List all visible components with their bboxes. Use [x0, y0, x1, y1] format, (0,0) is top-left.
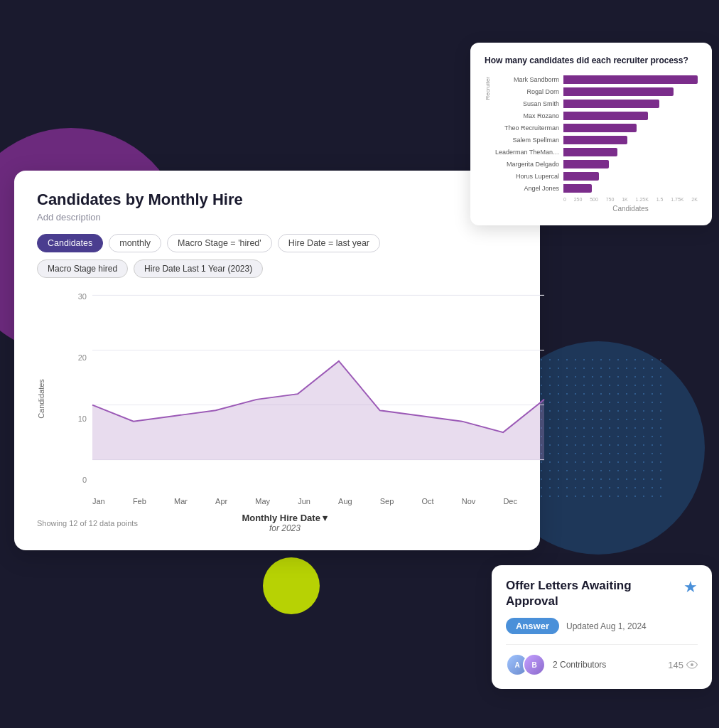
chart-area: 3020100 JanFebMarAprMayJunAugSepOctNovDe… — [65, 292, 517, 505]
offer-meta: Answer Updated Aug 1, 2024 — [506, 618, 698, 634]
filter-chip2[interactable]: Hire Date Last 1 Year (2023) — [134, 259, 263, 278]
y-axis-value: 30 — [65, 292, 87, 301]
selector-label: Monthly Hire Date ▾ — [242, 513, 328, 523]
x-axis-label: Dec — [503, 497, 517, 505]
recruiter-x-tick: 1.75K — [671, 197, 683, 202]
filter-chip[interactable]: monthly — [109, 234, 161, 252]
x-axis-label: Mar — [174, 497, 188, 505]
views-number: 145 — [668, 660, 683, 670]
chart-area-fill — [92, 361, 544, 460]
recruiter-name: Max Rozano — [495, 112, 559, 119]
recruiter-bar-wrap — [563, 160, 698, 168]
recruiter-name: Angel Jones — [495, 185, 559, 192]
recruiter-row: Angel Jones — [495, 184, 698, 193]
avatars: A B — [506, 653, 546, 676]
recruiter-x-tick: 0 — [563, 197, 566, 202]
x-axis-label: Nov — [462, 497, 476, 505]
showing-text: Showing 12 of 12 data points — [37, 519, 138, 528]
recruiter-bar — [563, 172, 599, 181]
recruiter-bar-wrap — [563, 136, 698, 144]
recruiter-card-title: How many candidates did each recruiter p… — [485, 55, 698, 65]
x-axis-label: Apr — [215, 497, 227, 505]
recruiter-bar-wrap — [563, 124, 698, 132]
chart-svg — [92, 292, 544, 463]
recruiter-bar-wrap — [563, 100, 698, 108]
recruiter-bar — [563, 160, 609, 168]
recruiter-x-tick: 750 — [606, 197, 615, 202]
answer-button[interactable]: Answer — [506, 618, 559, 634]
x-axis-label: Aug — [338, 497, 352, 505]
recruiter-row: Leaderman TheManager — [495, 148, 698, 156]
filter-row-2: Macro Stage hiredHire Date Last 1 Year (… — [37, 259, 517, 278]
svg-point-4 — [691, 663, 693, 666]
filter-row-1: CandidatesmonthlyMacro Stage = 'hired'Hi… — [37, 234, 517, 252]
recruiter-name: Theo Recruiterman — [495, 124, 559, 132]
star-icon: ★ — [683, 578, 698, 596]
recruiter-row: Margerita Delgado — [495, 160, 698, 168]
recruiter-name: Mark Sandborm — [495, 76, 559, 83]
recruiter-chart: Mark SandbormRogal DornSusan SmithMax Ro… — [495, 75, 698, 193]
recruiter-x-tick: 2K — [691, 197, 698, 202]
offer-header: Offer Letters Awaiting Approval ★ — [506, 578, 698, 609]
x-axis-labels: JanFebMarAprMayJunAugSepOctNovDec — [92, 484, 517, 505]
chart-subtitle: Add description — [37, 212, 517, 223]
recruiter-bar-wrap — [563, 172, 698, 181]
offer-card: Offer Letters Awaiting Approval ★ Answer… — [492, 565, 712, 689]
y-axis-value: 20 — [65, 353, 87, 362]
recruiter-bar — [563, 124, 637, 132]
recruiter-bar — [563, 75, 698, 84]
recruiter-x-tick: 1.5 — [656, 197, 664, 202]
recruiter-x-label: Candidates — [563, 205, 698, 213]
y-axis-label: Candidates — [37, 379, 45, 419]
x-axis-label: Jun — [298, 497, 310, 505]
y-axis-labels: 3020100 — [65, 292, 87, 484]
filter-chip2[interactable]: Macro Stage hired — [37, 259, 128, 278]
recruiter-x-tick: 500 — [590, 197, 598, 202]
y-axis-value: 10 — [65, 414, 87, 423]
x-axis-selector[interactable]: Monthly Hire Date ▾ for 2023 — [242, 513, 328, 533]
recruiter-bar — [563, 184, 592, 193]
contributors-text: 2 Contributors — [553, 660, 661, 670]
recruiter-card: How many candidates did each recruiter p… — [470, 43, 712, 225]
y-axis-value: 0 — [65, 476, 87, 484]
recruiter-name: Susan Smith — [495, 100, 559, 107]
recruiter-x-tick: 1.25K — [636, 197, 649, 202]
bg-yellow-blob — [263, 557, 320, 614]
chart-footer: Showing 12 of 12 data points Monthly Hir… — [37, 513, 517, 533]
filter-chip[interactable]: Macro Stage = 'hired' — [167, 234, 272, 252]
recruiter-bar-wrap — [563, 87, 698, 96]
recruiter-bar-wrap — [563, 112, 698, 120]
recruiter-bar-wrap — [563, 184, 698, 193]
main-chart-card: Candidates by Monthly Hire Add descripti… — [14, 171, 540, 550]
recruiter-name: Horus Lupercal — [495, 173, 559, 180]
recruiter-row: Rogal Dorn — [495, 87, 698, 96]
chart-title: Candidates by Monthly Hire — [37, 191, 517, 209]
recruiter-row: Susan Smith — [495, 100, 698, 108]
recruiter-bar — [563, 112, 648, 120]
recruiter-bar — [563, 87, 674, 96]
offer-title: Offer Letters Awaiting Approval — [506, 578, 683, 609]
recruiter-x-tick: 1K — [622, 197, 628, 202]
chart-container: Candidates 3020100 JanFebMarAprMayJunAug… — [37, 292, 517, 505]
recruiter-name: Leaderman TheManager — [495, 149, 559, 156]
recruiter-row: Mark Sandborm — [495, 75, 698, 84]
recruiter-row: Theo Recruiterman — [495, 124, 698, 132]
filter-chip[interactable]: Candidates — [37, 234, 103, 252]
recruiter-bar — [563, 100, 659, 108]
recruiter-bar-wrap — [563, 75, 698, 84]
x-axis-label: Oct — [421, 497, 433, 505]
recruiter-bar — [563, 136, 627, 144]
x-axis-label: Jan — [92, 497, 105, 505]
x-axis-label: Sep — [380, 497, 394, 505]
recruiter-name: Margerita Delgado — [495, 161, 559, 168]
recruiter-row: Horus Lupercal — [495, 172, 698, 181]
eye-icon — [686, 660, 698, 669]
views-count: 145 — [668, 660, 698, 670]
filter-chip[interactable]: Hire Date = last year — [278, 234, 380, 252]
recruiter-bar — [563, 148, 617, 156]
updated-text: Updated Aug 1, 2024 — [566, 621, 647, 631]
recruiter-row: Salem Spellman — [495, 136, 698, 144]
x-axis-label: Feb — [133, 497, 146, 505]
recruiter-name: Salem Spellman — [495, 136, 559, 144]
x-axis-label: May — [255, 497, 270, 505]
